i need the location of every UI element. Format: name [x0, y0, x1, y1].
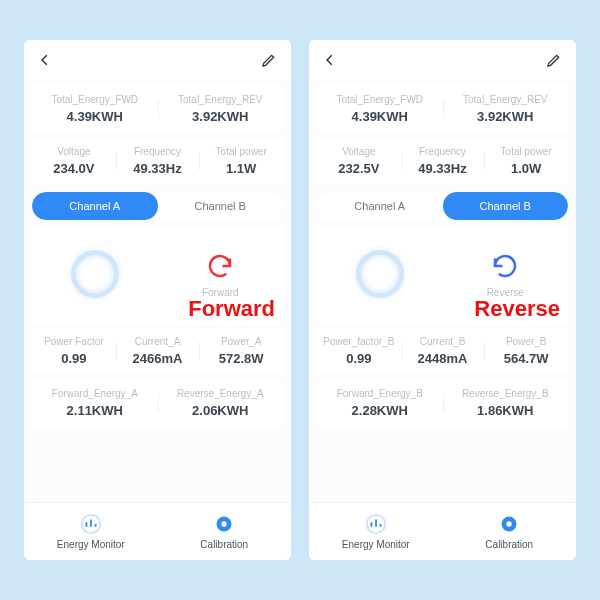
power-label: Power_A	[199, 336, 283, 347]
total-rev-label: Total_Energy_REV	[443, 94, 569, 105]
power-factor-label: Power Factor	[32, 336, 116, 347]
total-power-value: 1.1W	[199, 161, 283, 176]
total-power-label: Total power	[199, 146, 283, 157]
direction-word: Reverse	[474, 296, 560, 322]
energy-card: Forward_Energy_B2.28KWH Reverse_Energy_B…	[317, 380, 568, 426]
power-value: 572.8W	[199, 351, 283, 366]
channel-metrics-card: Power Factor0.99 Current_A2466mA Power_A…	[32, 328, 283, 374]
forward-energy-value: 2.28KWH	[317, 403, 443, 418]
svg-point-2	[222, 521, 227, 526]
frequency-value: 49.33Hz	[401, 161, 485, 176]
voltage-label: Voltage	[32, 146, 116, 157]
nav-energy-monitor-label: Energy Monitor	[342, 539, 410, 550]
tab-channel-a[interactable]: Channel A	[32, 192, 158, 220]
nav-energy-monitor[interactable]: Energy Monitor	[24, 503, 158, 560]
readings-card: Voltage232.5V Frequency49.33Hz Total pow…	[317, 138, 568, 184]
dial-area: Reverse Reverse	[317, 226, 568, 322]
forward-arrow-icon	[205, 251, 235, 281]
gear-icon	[213, 513, 235, 535]
totals-card: Total_Energy_FWD4.39KWH Total_Energy_REV…	[32, 86, 283, 132]
bars-icon	[365, 513, 387, 535]
edit-icon[interactable]	[546, 52, 562, 68]
voltage-label: Voltage	[317, 146, 401, 157]
frequency-label: Frequency	[116, 146, 200, 157]
power-label: Power_B	[484, 336, 568, 347]
nav-calibration[interactable]: Calibration	[443, 503, 577, 560]
nav-calibration[interactable]: Calibration	[158, 503, 292, 560]
topbar	[24, 40, 291, 80]
reverse-energy-label: Reverse_Energy_B	[443, 388, 569, 399]
bars-icon	[80, 513, 102, 535]
gear-icon	[498, 513, 520, 535]
back-icon[interactable]	[38, 53, 52, 67]
power-factor-label: Power_factor_B	[317, 336, 401, 347]
tab-channel-a[interactable]: Channel A	[317, 192, 443, 220]
bottom-nav: Energy Monitor Calibration	[24, 502, 291, 560]
phone-reverse: Total_Energy_FWD4.39KWH Total_Energy_REV…	[309, 40, 576, 560]
total-fwd-label: Total_Energy_FWD	[32, 94, 158, 105]
totals-card: Total_Energy_FWD4.39KWH Total_Energy_REV…	[317, 86, 568, 132]
total-rev-value: 3.92KWH	[443, 109, 569, 124]
svg-point-5	[507, 521, 512, 526]
tab-channel-b[interactable]: Channel B	[443, 192, 569, 220]
voltage-value: 232.5V	[317, 161, 401, 176]
nav-energy-monitor[interactable]: Energy Monitor	[309, 503, 443, 560]
current-label: Current_A	[116, 336, 200, 347]
power-ring-icon[interactable]	[356, 250, 404, 298]
forward-energy-label: Forward_Energy_A	[32, 388, 158, 399]
frequency-label: Frequency	[401, 146, 485, 157]
total-fwd-value: 4.39KWH	[317, 109, 443, 124]
voltage-value: 234.0V	[32, 161, 116, 176]
channel-metrics-card: Power_factor_B0.99 Current_B2448mA Power…	[317, 328, 568, 374]
reverse-arrow-icon	[490, 251, 520, 281]
current-label: Current_B	[401, 336, 485, 347]
power-ring-icon[interactable]	[71, 250, 119, 298]
total-rev-value: 3.92KWH	[158, 109, 284, 124]
reverse-energy-value: 2.06KWH	[158, 403, 284, 418]
dial-area: Forward Forward	[32, 226, 283, 322]
total-power-label: Total power	[484, 146, 568, 157]
current-value: 2466mA	[116, 351, 200, 366]
bottom-nav: Energy Monitor Calibration	[309, 502, 576, 560]
power-factor-value: 0.99	[317, 351, 401, 366]
power-factor-value: 0.99	[32, 351, 116, 366]
channel-tabs: Channel A Channel B	[32, 192, 283, 220]
total-rev-label: Total_Energy_REV	[158, 94, 284, 105]
topbar	[309, 40, 576, 80]
tab-channel-b[interactable]: Channel B	[158, 192, 284, 220]
energy-card: Forward_Energy_A2.11KWH Reverse_Energy_A…	[32, 380, 283, 426]
total-power-value: 1.0W	[484, 161, 568, 176]
power-value: 564.7W	[484, 351, 568, 366]
direction-word: Forward	[188, 296, 275, 322]
current-value: 2448mA	[401, 351, 485, 366]
nav-energy-monitor-label: Energy Monitor	[57, 539, 125, 550]
reverse-energy-label: Reverse_Energy_A	[158, 388, 284, 399]
edit-icon[interactable]	[261, 52, 277, 68]
forward-energy-value: 2.11KWH	[32, 403, 158, 418]
nav-calibration-label: Calibration	[485, 539, 533, 550]
reverse-energy-value: 1.86KWH	[443, 403, 569, 418]
readings-card: Voltage234.0V Frequency49.33Hz Total pow…	[32, 138, 283, 184]
channel-tabs: Channel A Channel B	[317, 192, 568, 220]
phone-forward: Total_Energy_FWD4.39KWH Total_Energy_REV…	[24, 40, 291, 560]
nav-calibration-label: Calibration	[200, 539, 248, 550]
forward-energy-label: Forward_Energy_B	[317, 388, 443, 399]
total-fwd-label: Total_Energy_FWD	[317, 94, 443, 105]
frequency-value: 49.33Hz	[116, 161, 200, 176]
total-fwd-value: 4.39KWH	[32, 109, 158, 124]
back-icon[interactable]	[323, 53, 337, 67]
